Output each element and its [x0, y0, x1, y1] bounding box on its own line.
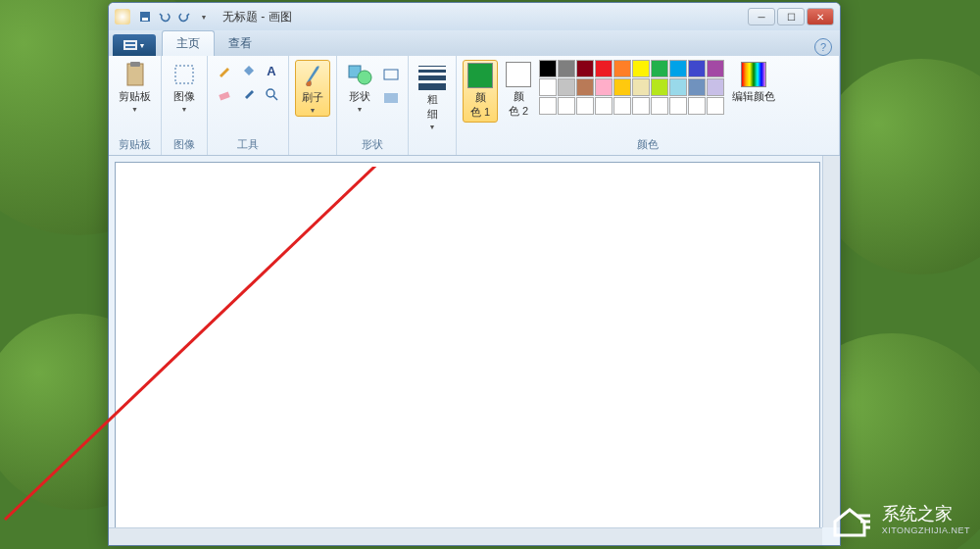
group-brushes: 刷子 ▼ .: [289, 56, 337, 155]
palette-color[interactable]: [595, 97, 612, 115]
group-tools: A 工具: [208, 56, 289, 155]
shape-fill-button[interactable]: [380, 87, 402, 109]
palette-color[interactable]: [558, 78, 575, 96]
tab-home[interactable]: 主页: [162, 30, 215, 56]
palette-color[interactable]: [707, 60, 724, 77]
svg-rect-1: [142, 18, 148, 21]
edit-colors-button[interactable]: 编辑颜色: [728, 60, 779, 106]
palette-color[interactable]: [558, 97, 575, 115]
shape-outline-button[interactable]: [380, 64, 402, 85]
vertical-scrollbar[interactable]: [822, 156, 840, 527]
qat-dropdown-icon[interactable]: ▼: [195, 8, 213, 25]
palette-color[interactable]: [669, 60, 687, 77]
palette-color[interactable]: [539, 78, 557, 96]
tab-row: ▼ 主页 查看 ?: [109, 30, 840, 56]
palette-color[interactable]: [595, 78, 612, 96]
color1-swatch: [467, 63, 493, 88]
svg-rect-6: [130, 62, 140, 67]
fill-tool[interactable]: [237, 60, 259, 81]
group-colors: 颜 色 1 颜 色 2 编辑颜色 颜色: [457, 56, 840, 155]
palette-color[interactable]: [539, 97, 557, 115]
canvas[interactable]: [115, 162, 820, 534]
text-tool[interactable]: A: [261, 60, 282, 81]
workspace: [109, 156, 840, 545]
eraser-tool[interactable]: [214, 83, 235, 105]
palette-color[interactable]: [613, 60, 631, 77]
color2-button[interactable]: 颜 色 2: [502, 60, 535, 121]
redo-icon[interactable]: [175, 8, 193, 25]
palette-color[interactable]: [651, 97, 668, 115]
select-button[interactable]: 图像 ▼: [168, 60, 201, 115]
brush-icon: [300, 63, 325, 88]
file-menu-button[interactable]: ▼: [113, 34, 156, 56]
app-icon: [115, 9, 130, 25]
tab-view[interactable]: 查看: [215, 31, 266, 56]
horizontal-scrollbar[interactable]: [109, 527, 822, 545]
svg-rect-14: [384, 93, 398, 103]
close-button[interactable]: ✕: [807, 8, 834, 25]
svg-line-10: [273, 96, 277, 100]
palette-color[interactable]: [651, 78, 668, 96]
watermark: 系统之家 XITONGZHIJIA.NET: [827, 496, 970, 541]
picker-tool[interactable]: [237, 83, 259, 105]
pencil-tool[interactable]: [214, 60, 235, 81]
undo-icon[interactable]: [156, 8, 173, 25]
color2-swatch: [506, 62, 531, 87]
magnifier-tool[interactable]: [261, 83, 282, 105]
palette-color[interactable]: [669, 97, 687, 115]
shapes-button[interactable]: 形状 ▼: [343, 60, 376, 115]
edit-colors-icon: [741, 62, 766, 87]
title-bar[interactable]: ▼ 无标题 - 画图 ─ ☐ ✕: [109, 3, 840, 30]
palette-color[interactable]: [688, 78, 706, 96]
palette-color[interactable]: [613, 97, 631, 115]
svg-point-12: [358, 71, 371, 84]
app-window: ▼ 无标题 - 画图 ─ ☐ ✕ ▼ 主页 查看 ? 剪贴板 ▼ 剪贴板: [108, 2, 841, 546]
palette-color[interactable]: [576, 78, 594, 96]
clipboard-icon: [122, 62, 148, 87]
size-button[interactable]: 粗 细 ▼: [415, 60, 450, 132]
color1-button[interactable]: 颜 色 1: [463, 60, 498, 123]
watermark-text: 系统之家: [882, 504, 953, 524]
ribbon: 剪贴板 ▼ 剪贴板 图像 ▼ 图像 A: [109, 56, 840, 156]
svg-rect-3: [125, 42, 135, 44]
palette-color[interactable]: [576, 97, 594, 115]
quick-access-toolbar: ▼: [136, 8, 213, 25]
palette-color[interactable]: [707, 78, 724, 96]
group-size: 粗 细 ▼ .: [409, 56, 457, 155]
svg-rect-8: [219, 91, 229, 100]
minimize-button[interactable]: ─: [748, 8, 775, 25]
palette-color[interactable]: [651, 60, 668, 77]
palette-color[interactable]: [539, 60, 557, 77]
shapes-icon: [347, 62, 372, 87]
palette-color[interactable]: [669, 78, 687, 96]
group-image: 图像 ▼ 图像: [162, 56, 208, 155]
stroke-size-icon: [418, 62, 446, 90]
svg-point-9: [267, 89, 274, 97]
select-icon: [172, 62, 197, 87]
brushes-button[interactable]: 刷子 ▼: [295, 60, 330, 117]
maximize-button[interactable]: ☐: [777, 8, 805, 25]
color-palette: [539, 60, 724, 115]
help-button[interactable]: ?: [814, 38, 832, 56]
svg-rect-2: [123, 40, 137, 50]
palette-color[interactable]: [707, 97, 724, 115]
palette-color[interactable]: [632, 97, 650, 115]
svg-rect-7: [175, 66, 193, 83]
palette-color[interactable]: [688, 97, 706, 115]
palette-color[interactable]: [613, 78, 631, 96]
svg-rect-13: [384, 70, 398, 79]
watermark-logo-icon: [827, 496, 872, 541]
paste-button[interactable]: 剪贴板 ▼: [115, 60, 155, 115]
group-clipboard: 剪贴板 ▼ 剪贴板: [109, 56, 162, 155]
palette-color[interactable]: [688, 60, 706, 77]
save-icon[interactable]: [136, 8, 154, 25]
palette-color[interactable]: [632, 78, 650, 96]
palette-color[interactable]: [576, 60, 594, 77]
group-shapes: 形状 ▼ 形状: [337, 56, 409, 155]
palette-color[interactable]: [595, 60, 612, 77]
watermark-url: XITONGZHIJIA.NET: [882, 525, 970, 535]
palette-color[interactable]: [632, 60, 650, 77]
palette-color[interactable]: [558, 60, 575, 77]
svg-rect-5: [127, 64, 143, 85]
file-menu-icon: [123, 40, 137, 50]
